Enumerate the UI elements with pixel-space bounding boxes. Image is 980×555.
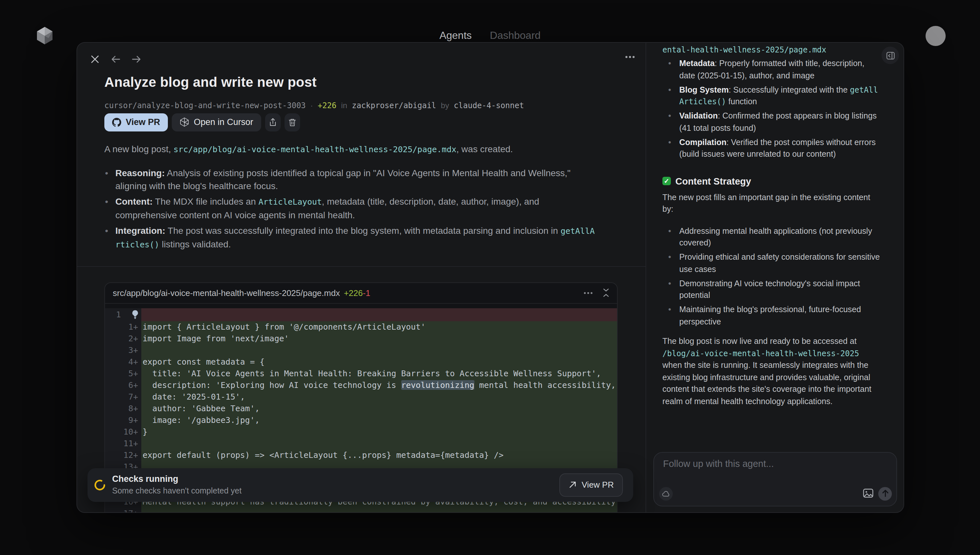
github-icon xyxy=(112,117,121,127)
section-divider xyxy=(77,266,645,266)
code-line: 11+ xyxy=(105,438,617,449)
report-bullet-item: Blog System: Successfully integrated wit… xyxy=(662,84,881,108)
attach-image-button[interactable] xyxy=(862,487,874,499)
avatar[interactable] xyxy=(925,26,946,46)
report-bullets-2: Addressing mental health applications (n… xyxy=(662,225,881,328)
code-line: 1+import { ArticleLayout } from '@/compo… xyxy=(105,321,617,333)
forward-arrow-icon[interactable] xyxy=(132,54,141,64)
more-options-icon[interactable] xyxy=(625,51,635,62)
tab-agents[interactable]: Agents xyxy=(439,30,472,42)
report-bullet-item: Metadata: Properly formatted with title,… xyxy=(662,58,881,82)
followup-placeholder: Follow up with this agent... xyxy=(663,459,774,469)
send-arrow-icon xyxy=(881,489,889,497)
checks-view-pr-button[interactable]: View PR xyxy=(560,473,623,496)
right-pane: ental-health-wellness-2025/page.mdx Meta… xyxy=(646,42,904,512)
cloud-icon xyxy=(662,489,670,498)
report-paragraph-1: The new post fills an important gap in t… xyxy=(662,191,881,215)
left-pane: Analyze blog and write new post cursor/a… xyxy=(77,42,645,512)
code-line: 12+export default (props) => <ArticleLay… xyxy=(105,449,617,461)
code-line: 3+ xyxy=(105,345,617,356)
close-icon[interactable] xyxy=(90,54,100,64)
diff-header: src/app/blog/ai-voice-mental-health-well… xyxy=(105,283,617,303)
summary-bullet-item: Reasoning: Analysis of existing posts id… xyxy=(105,167,595,192)
branch-name: cursor/analyze-blog-and-write-new-post-3… xyxy=(105,101,306,110)
followup-input[interactable]: Follow up with this agent... xyxy=(653,452,897,507)
report-bullet-item: Providing ethical and safety considerati… xyxy=(662,251,881,275)
open-in-cursor-button[interactable]: Open in Cursor xyxy=(172,113,261,131)
code-line: 17+ xyxy=(105,508,617,513)
diff-file-path[interactable]: src/app/blog/ai-voice-mental-health-well… xyxy=(113,288,340,298)
diff-additions: +226 xyxy=(344,288,363,298)
summary-bullets: Reasoning: Analysis of existing posts id… xyxy=(105,167,595,251)
agent-modal: Analyze blog and write new post cursor/a… xyxy=(76,42,904,513)
code-line: 2+import Image from 'next/image' xyxy=(105,333,617,345)
diff-deletions: -1 xyxy=(363,288,370,298)
code-line: 5+ title: 'AI Voice Agents in Mental Hea… xyxy=(105,368,617,380)
code-line: 9+ image: '/gabbee3.jpg', xyxy=(105,414,617,426)
summary-markdown: A new blog post, src/app/blog/ai-voice-m… xyxy=(105,143,595,254)
code-line: 7+ date: '2025-01-15', xyxy=(105,391,617,403)
checks-subtitle: Some checks haven't completed yet xyxy=(112,485,241,496)
share-icon xyxy=(268,117,277,127)
summary-paragraph: A new blog post, src/app/blog/ai-voice-m… xyxy=(105,143,595,156)
delete-button[interactable] xyxy=(284,113,300,131)
code-line: 1 xyxy=(105,308,617,321)
cloud-button[interactable] xyxy=(659,487,673,500)
diff-more-icon[interactable] xyxy=(583,288,593,298)
back-arrow-icon[interactable] xyxy=(111,54,121,64)
summary-bullet-item: Integration: The post was successfully i… xyxy=(105,224,595,251)
repo-name[interactable]: zackproser/abigail xyxy=(352,101,436,110)
report-bullet-item: Compilation: Verified the post compiles … xyxy=(662,136,881,160)
checks-bar: Checks running Some checks haven't compl… xyxy=(87,468,633,502)
model-name: claude-4-sonnet xyxy=(454,101,524,110)
branch-info: cursor/analyze-blog-and-write-new-post-3… xyxy=(105,100,524,111)
code-line: 10+} xyxy=(105,426,617,438)
cursor-cube-icon xyxy=(180,117,189,127)
share-button[interactable] xyxy=(265,113,280,131)
page-title: Analyze blog and write new post xyxy=(105,74,317,90)
report-top-code: ental-health-wellness-2025/page.mdx xyxy=(662,44,881,56)
content-strategy-heading: ✓ Content Strategy xyxy=(662,175,881,188)
external-arrow-icon xyxy=(569,481,577,489)
report-bullets-1: Metadata: Properly formatted with title,… xyxy=(662,58,881,160)
spinner-icon xyxy=(93,478,106,491)
agent-report: ental-health-wellness-2025/page.mdx Meta… xyxy=(646,42,904,407)
image-icon xyxy=(862,487,874,499)
code-line: 4+export const metadata = { xyxy=(105,356,617,368)
report-bullet-item: Demonstrating AI voice technology's soci… xyxy=(662,278,881,302)
trash-icon xyxy=(288,117,296,127)
code-line: 8+ author: 'Gabbee Team', xyxy=(105,403,617,414)
top-tabs: Agents Dashboard xyxy=(439,30,541,42)
summary-bullet-item: Content: The MDX file includes an Articl… xyxy=(105,195,595,221)
view-pr-button[interactable]: View PR xyxy=(105,113,168,131)
report-paragraph-2: The blog post is now live and ready to b… xyxy=(662,335,881,407)
additions-count: +226 xyxy=(318,101,336,110)
app-root: Agents Dashboard Analyze blog and write … xyxy=(0,0,980,555)
checks-title: Checks running xyxy=(112,473,178,485)
send-button[interactable] xyxy=(878,487,892,500)
diff-collapse-icon[interactable] xyxy=(602,288,611,297)
collapse-sidebar-icon xyxy=(886,51,895,60)
tab-dashboard[interactable]: Dashboard xyxy=(490,30,541,42)
cursor-logo-icon[interactable] xyxy=(36,27,53,45)
report-bullet-item: Maintaining the blog's professional, fut… xyxy=(662,304,881,328)
check-emoji: ✓ xyxy=(662,177,671,185)
lightbulb-icon[interactable] xyxy=(130,309,139,319)
code-line: 6+ description: 'Exploring how AI voice … xyxy=(105,380,617,391)
report-bullet-item: Addressing mental health applications (n… xyxy=(662,225,881,249)
report-bullet-item: Validation: Confirmed the post appears i… xyxy=(662,110,881,134)
collapse-sidebar-button[interactable] xyxy=(882,47,899,64)
